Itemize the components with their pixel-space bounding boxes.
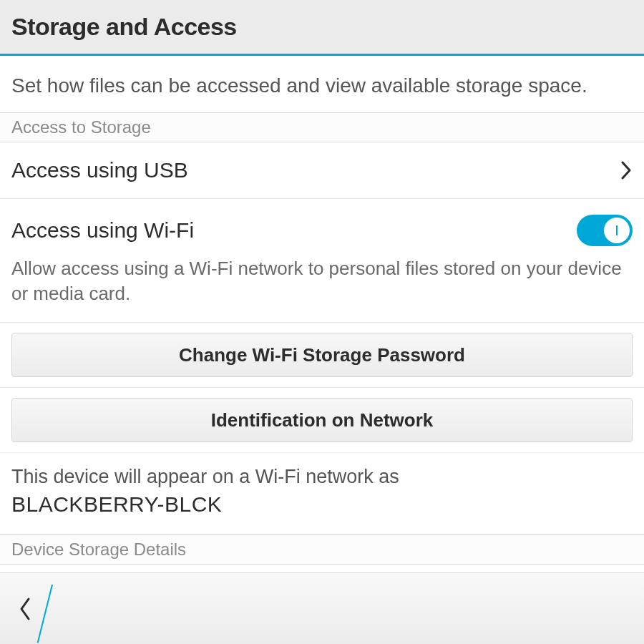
section-header-device-storage: Device Storage Details — [0, 535, 644, 565]
network-identity-block: This device will appear on a Wi-Fi netwo… — [0, 453, 644, 535]
section-header-access: Access to Storage — [0, 112, 644, 142]
change-wifi-password-button[interactable]: Change Wi-Fi Storage Password — [11, 333, 633, 377]
row-label-wifi: Access using Wi-Fi — [11, 218, 577, 243]
action-bar — [0, 572, 644, 644]
button-row-password: Change Wi-Fi Storage Password — [0, 323, 644, 388]
network-identity-value: BLACKBERRY-BLCK — [11, 492, 633, 517]
wifi-access-toggle[interactable] — [577, 215, 633, 246]
chevron-right-icon — [620, 160, 633, 181]
title-bar: Storage and Access — [0, 0, 644, 56]
chevron-left-icon — [17, 596, 33, 622]
network-identity-caption: This device will appear on a Wi-Fi netwo… — [11, 466, 633, 488]
content-scroll[interactable]: Set how files can be accessed and view a… — [0, 60, 644, 572]
back-button[interactable] — [7, 580, 72, 638]
button-row-identification: Identification on Network — [0, 388, 644, 453]
identification-on-network-button[interactable]: Identification on Network — [11, 398, 633, 442]
row-label-usb: Access using USB — [11, 158, 620, 182]
page-description: Set how files can be accessed and view a… — [0, 60, 644, 112]
toggle-knob — [604, 218, 630, 243]
row-access-usb[interactable]: Access using USB — [0, 142, 644, 199]
row-access-wifi: Access using Wi-Fi — [0, 199, 644, 253]
page-title: Storage and Access — [11, 13, 633, 41]
wifi-access-description: Allow access using a Wi-Fi network to pe… — [0, 253, 644, 323]
divider-slash — [37, 584, 53, 643]
